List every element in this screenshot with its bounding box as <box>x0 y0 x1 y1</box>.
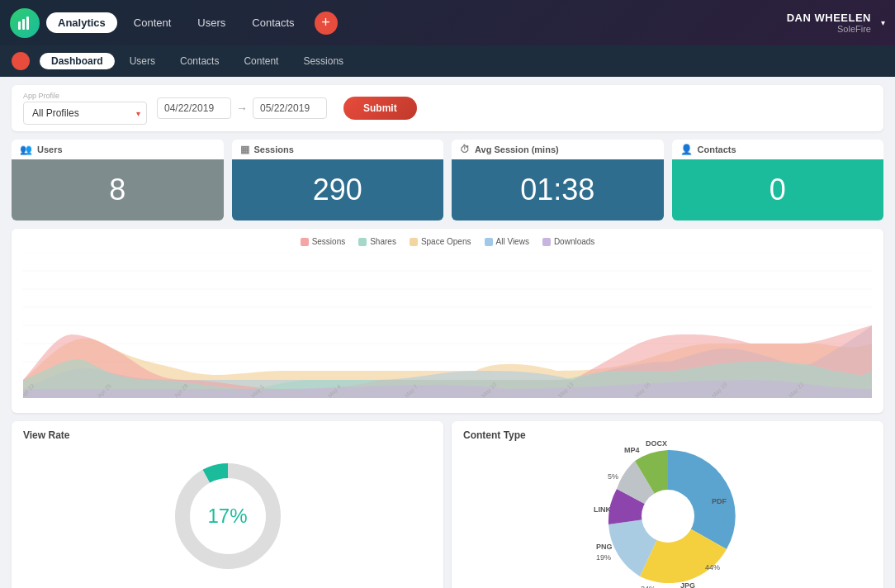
view-rate-panel: View Rate 17% <box>12 421 443 588</box>
add-button[interactable]: + <box>315 12 338 35</box>
area-chart-panel: SessionsSharesSpace OpensAll ViewsDownlo… <box>12 229 883 413</box>
subnav-contacts-btn[interactable]: Contacts <box>170 53 229 69</box>
chart-legend: SessionsSharesSpace OpensAll ViewsDownlo… <box>23 237 872 246</box>
view-rate-title: View Rate <box>23 429 432 441</box>
subnav-users-btn[interactable]: Users <box>120 53 165 69</box>
profile-label: App Profile <box>23 92 147 100</box>
legend-label: All Views <box>496 237 529 246</box>
subnav-content-btn[interactable]: Content <box>234 53 288 69</box>
stat-header-avg: ⏱ Avg Session (mins) <box>452 140 664 159</box>
sessions-icon: ▦ <box>240 144 249 155</box>
svg-text:PNG: PNG <box>596 543 613 551</box>
svg-text:LINK: LINK <box>594 505 611 514</box>
legend-dot <box>485 238 493 246</box>
svg-point-32 <box>642 490 694 543</box>
svg-rect-0 <box>18 21 21 30</box>
svg-text:24%: 24% <box>641 585 656 588</box>
legend-item: Space Opens <box>410 237 471 246</box>
stat-label-avg: Avg Session (mins) <box>475 145 559 154</box>
svg-rect-2 <box>26 17 29 30</box>
svg-text:JPG: JPG <box>680 581 695 588</box>
profile-select[interactable]: All Profiles <box>23 102 147 125</box>
pie-chart-svg: PDF 44% JPG 24% PNG 19% LINK 5% MP4 DOCX <box>590 438 746 588</box>
svg-text:PDF: PDF <box>712 497 727 505</box>
stat-card-sessions: ▦ Sessions 290 <box>232 140 444 220</box>
svg-text:19%: 19% <box>596 553 611 562</box>
donut-value-label: 17% <box>207 505 247 528</box>
stat-value-avg: 01:38 <box>452 159 664 220</box>
legend-label: Shares <box>370 237 396 246</box>
nav-content-btn[interactable]: Content <box>124 12 182 33</box>
subnav-sessions-btn[interactable]: Sessions <box>293 53 353 69</box>
filter-bar: App Profile All Profiles ▾ → Submit <box>12 85 883 131</box>
top-nav: Analytics Content Users Contacts + DAN W… <box>0 0 895 45</box>
stat-label-users: Users <box>37 145 63 154</box>
clock-icon: ⏱ <box>460 144 470 155</box>
main-content: App Profile All Profiles ▾ → Submit 👥 Us… <box>0 77 895 588</box>
legend-dot <box>410 238 418 246</box>
submit-button[interactable]: Submit <box>343 97 417 120</box>
area-chart-svg: 80 70 60 50 40 30 20 10 Apr 22 Apr 25 Ap… <box>23 253 872 401</box>
user-chevron-icon[interactable]: ▾ <box>881 18 885 27</box>
date-from-input[interactable] <box>157 97 231 119</box>
arrow-right-icon: → <box>236 102 248 115</box>
legend-item: Shares <box>358 237 396 246</box>
stat-card-contacts: 👤 Contacts 0 <box>672 140 884 220</box>
profile-dropdown[interactable]: All Profiles ▾ <box>23 102 147 125</box>
stat-card-users: 👥 Users 8 <box>12 140 224 220</box>
stat-label-contacts: Contacts <box>698 145 736 154</box>
legend-item: Downloads <box>542 237 594 246</box>
legend-label: Downloads <box>554 237 594 246</box>
logo-icon <box>10 8 40 38</box>
stat-value-contacts: 0 <box>672 159 884 220</box>
svg-text:DOCX: DOCX <box>646 439 667 448</box>
svg-text:MP4: MP4 <box>624 446 640 454</box>
stat-value-users: 8 <box>12 159 224 220</box>
legend-item: Sessions <box>301 237 346 246</box>
nav-users-btn[interactable]: Users <box>187 12 235 33</box>
svg-text:44%: 44% <box>705 563 720 571</box>
stats-row: 👥 Users 8 ▦ Sessions 290 ⏱ Avg Session (… <box>12 140 883 220</box>
sub-nav: Dashboard Users Contacts Content Session… <box>0 45 895 77</box>
legend-item: All Views <box>485 237 529 246</box>
donut-chart-wrap: 17% <box>23 446 432 586</box>
svg-rect-1 <box>22 19 25 30</box>
subnav-dashboard-btn[interactable]: Dashboard <box>40 53 115 69</box>
svg-text:5%: 5% <box>608 472 618 481</box>
user-info: DAN WHEELEN SoleFire <box>787 12 871 34</box>
legend-label: Space Opens <box>421 237 471 246</box>
contacts-icon: 👤 <box>680 144 693 155</box>
date-to-input[interactable] <box>253 97 327 119</box>
legend-dot <box>542 238 551 246</box>
nav-analytics-btn[interactable]: Analytics <box>46 12 117 33</box>
pie-chart-wrap: PDF 44% JPG 24% PNG 19% LINK 5% MP4 DOCX <box>463 446 872 586</box>
stat-header-contacts: 👤 Contacts <box>672 140 884 159</box>
stat-label-sessions: Sessions <box>254 145 294 154</box>
content-type-panel: Content Type <box>452 421 883 588</box>
user-company: SoleFire <box>787 24 871 34</box>
user-name: DAN WHEELEN <box>787 12 871 24</box>
nav-contacts-btn[interactable]: Contacts <box>242 12 304 33</box>
users-icon: 👥 <box>20 144 32 155</box>
stat-value-sessions: 290 <box>232 159 444 220</box>
legend-label: Sessions <box>312 237 346 246</box>
legend-dot <box>301 238 309 246</box>
sub-logo-icon <box>12 52 30 70</box>
stat-header-users: 👥 Users <box>12 140 224 159</box>
bottom-row: View Rate 17% Content Type <box>12 421 883 588</box>
stat-header-sessions: ▦ Sessions <box>232 140 444 159</box>
legend-dot <box>358 238 367 246</box>
app-profile-select-wrap: App Profile All Profiles ▾ <box>23 92 147 125</box>
stat-card-avg: ⏱ Avg Session (mins) 01:38 <box>452 140 664 220</box>
date-range: → <box>157 97 327 119</box>
